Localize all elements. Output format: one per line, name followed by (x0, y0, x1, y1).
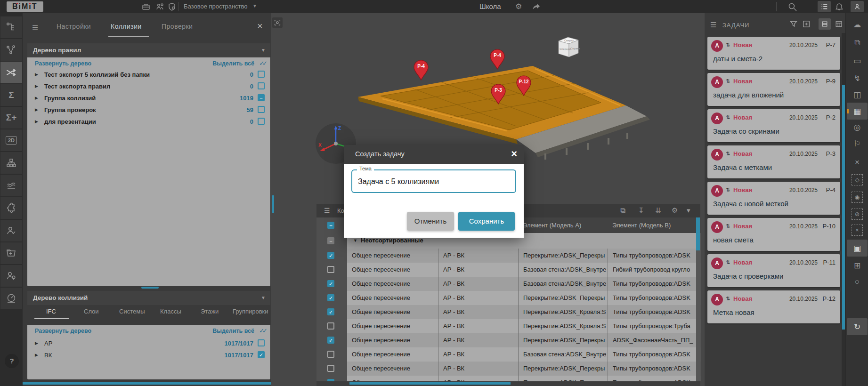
box-plus-icon[interactable]: ⊞ (847, 257, 868, 274)
tab-layers[interactable]: Слои (84, 308, 99, 315)
row-checkbox[interactable] (327, 365, 334, 372)
row-checkbox[interactable]: ✓ (327, 337, 334, 344)
table-row[interactable]: ✓ Общее пересечение АР - ВК Базовая стен… (316, 277, 700, 291)
caret-right-icon[interactable]: ▶ (35, 341, 38, 346)
sphere-icon[interactable]: ○ (847, 273, 868, 290)
caret-right-icon[interactable]: ▶ (35, 353, 38, 357)
shield-icon[interactable] (167, 2, 177, 11)
tree-row[interactable]: ▶ Тест экспорт 5 коллизий без папки 0 (27, 69, 270, 81)
list-view-icon[interactable] (818, 1, 831, 12)
project-settings-icon[interactable]: ⚙ (515, 2, 522, 11)
drawings-2d-icon[interactable]: 2D (0, 129, 22, 151)
search-icon[interactable] (787, 2, 797, 11)
charts-icon[interactable] (0, 175, 22, 196)
tree-checkbox[interactable]: – (258, 94, 265, 101)
task-card[interactable]: А ⇅ Новая 20.10.2025 P-4 Задача с новой … (707, 182, 840, 215)
topic-input[interactable] (358, 175, 509, 188)
task-card[interactable]: А ⇅ Новая 20.10.2025 P-2 Задача со скрин… (707, 109, 840, 142)
row-checkbox[interactable]: ✓ (327, 308, 334, 315)
rules-tree-header[interactable]: Дерево правил ▼ (27, 43, 270, 57)
sum-icon[interactable]: Σ (0, 84, 22, 106)
tree-checkbox[interactable] (258, 106, 265, 113)
table-row[interactable]: ✓ Общее пересечение АР - ВК Перекрытие:A… (316, 376, 700, 381)
add-task-icon[interactable] (802, 20, 811, 28)
row-checkbox[interactable]: ✓ (327, 252, 334, 259)
task-card[interactable]: А ⇅ Новая 20.10.2025 P-12 Метка новая (707, 290, 840, 323)
cancel-button[interactable]: Отменить (407, 212, 454, 231)
tree-checkbox[interactable] (258, 339, 265, 346)
table-row[interactable]: Общее пересечение АР - ВК Перекрытие:ADS… (316, 362, 700, 376)
help-button[interactable]: ? (5, 354, 19, 368)
profile-avatar[interactable] (851, 1, 864, 12)
plugins-icon[interactable] (0, 197, 22, 219)
projects-icon[interactable] (141, 2, 151, 11)
tasks-menu-icon[interactable]: ☰ (710, 21, 716, 29)
collision-tree-header[interactable]: Дерево коллизий ▼ (27, 291, 270, 305)
tab-floors[interactable]: Этажи (201, 308, 219, 315)
dashboard-icon[interactable] (0, 288, 22, 309)
column-header-model-a[interactable]: Элемент (Модель А) (518, 217, 608, 233)
column-header-model-b[interactable]: Элемент (Модель B) (608, 217, 696, 233)
issue-pin[interactable]: P-3 (490, 84, 506, 105)
project-tree-icon[interactable] (0, 16, 22, 38)
select-all-button[interactable]: Выделить всё (212, 328, 254, 334)
caret-right-icon[interactable]: ▶ (35, 119, 38, 124)
sum-plus-icon[interactable]: Σ+ (0, 107, 22, 129)
table-view-icon[interactable] (835, 20, 843, 28)
panel-resize-handle[interactable] (141, 287, 159, 289)
show-eye-icon[interactable]: ◉ (847, 189, 868, 206)
table-vertical-scrollbar[interactable] (696, 217, 700, 381)
clear-selection-icon[interactable]: × (847, 222, 868, 239)
tree-checkbox[interactable] (258, 71, 265, 78)
clip-plane-icon[interactable]: ↯ (847, 70, 868, 87)
table-row[interactable]: Общее пересечение АР - ВК Перекрытие:ADS… (316, 319, 700, 333)
tree-row[interactable]: ▶ Группа коллизий 1019 – (27, 93, 270, 105)
row-checkbox[interactable]: ✓ (327, 294, 334, 301)
tree-row[interactable]: ▶ ВК 1017/1017 ✓ (27, 350, 270, 362)
filter-icon[interactable] (789, 20, 798, 28)
table-row[interactable]: ✓ Общее пересечение АР - ВК Перекрытие:A… (316, 291, 700, 305)
dependencies-icon[interactable] (0, 39, 22, 61)
structure-icon[interactable] (0, 152, 22, 174)
select-all-button[interactable]: Выделить всё (212, 60, 254, 67)
gear-icon[interactable]: ⚙ (672, 206, 678, 215)
check-all-icon[interactable]: ✓✓ (259, 327, 266, 334)
row-checkbox[interactable]: ✓ (327, 280, 334, 287)
task-card[interactable]: А ⇅ Новая 20.10.2025 P-3 Задача с меткам… (707, 145, 840, 178)
dialog-header[interactable]: Создать задачу × (344, 145, 524, 164)
merge-icon[interactable]: ⇊ (655, 206, 661, 215)
tab-ifc[interactable]: IFC (46, 308, 56, 315)
select-all-checkbox[interactable]: – (327, 222, 334, 229)
share-icon[interactable] (531, 2, 541, 11)
tree-row[interactable]: ▶ Тест экспорта правил 0 (27, 81, 270, 93)
task-card[interactable]: А ⇅ Новая 20.10.2025 P-9 задача для влож… (707, 73, 840, 106)
ruler-icon[interactable]: ▭ (847, 52, 868, 69)
table-row[interactable]: ✓ Общее пересечение АР - ВК Перекрытие:A… (316, 333, 700, 347)
task-card[interactable]: А ⇅ Новая 20.10.2025 P-10 новая смета (707, 218, 840, 251)
caret-right-icon[interactable]: ▶ (35, 96, 38, 100)
workspace-selector[interactable]: Базовое пространство (184, 3, 248, 10)
table-horizontal-scrollbar[interactable] (316, 381, 700, 385)
task-card[interactable]: А ⇅ Новая 20.10.2025 P-11 Задача с прове… (707, 254, 840, 287)
issue-pin[interactable]: P-4 (489, 49, 505, 71)
cube-icon[interactable]: ▣ (847, 240, 868, 257)
floorplan-icon[interactable]: ▦ (847, 103, 868, 120)
tab-collisions[interactable]: Коллизии (111, 23, 142, 30)
tree-checkbox[interactable] (258, 82, 265, 89)
row-checkbox[interactable] (327, 266, 334, 273)
tab-classes[interactable]: Классы (160, 308, 181, 315)
caret-down-icon[interactable]: ▼ (353, 238, 357, 243)
panel-menu-icon[interactable]: ☰ (32, 24, 38, 32)
import-icon[interactable]: ↧ (638, 206, 644, 215)
chevron-down-icon[interactable]: ▼ (261, 291, 266, 305)
check-all-icon[interactable]: ✓✓ (259, 60, 266, 67)
expand-tree-button[interactable]: Развернуть дерево (35, 60, 91, 67)
tab-settings[interactable]: Настройки (57, 23, 91, 30)
close-icon[interactable]: × (511, 148, 517, 160)
tree-row[interactable]: ▶ для презентации 0 (27, 116, 270, 128)
issue-pin[interactable]: P-12 (516, 75, 532, 97)
chevron-down-icon[interactable]: ▼ (261, 43, 266, 57)
app-logo[interactable]: BiMiT (7, 1, 43, 12)
table-menu-icon[interactable]: ☰ (324, 207, 330, 214)
row-checkbox[interactable] (327, 351, 334, 358)
